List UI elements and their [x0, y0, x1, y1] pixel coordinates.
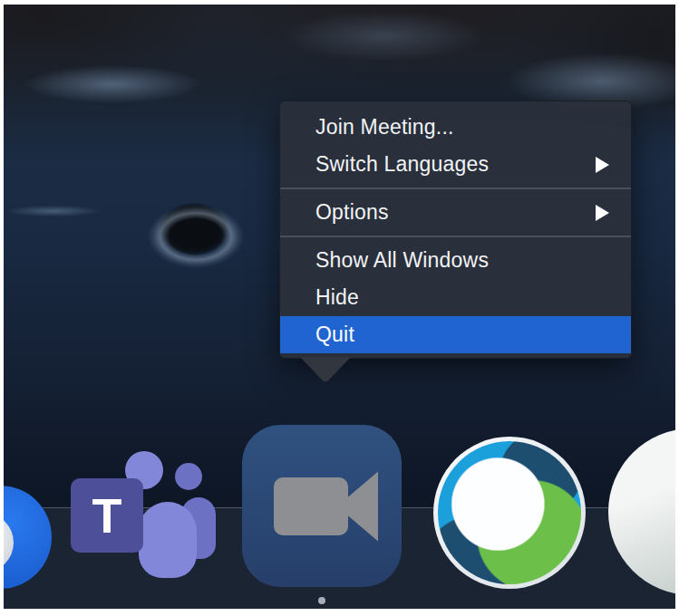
- menu-separator: [280, 188, 631, 189]
- submenu-arrow-icon: [596, 157, 609, 173]
- menu-item-switch-languages[interactable]: Switch Languages: [280, 146, 631, 183]
- menu-item-hide[interactable]: Hide: [280, 279, 631, 316]
- menu-item-label: Switch Languages: [315, 152, 489, 177]
- webex-globe-icon: [438, 441, 581, 584]
- menu-item-label: Options: [315, 200, 389, 225]
- menu-separator: [280, 236, 631, 237]
- running-indicator-dot: [318, 597, 325, 604]
- person-small-head-icon: [175, 463, 202, 490]
- menu-item-show-all-windows[interactable]: Show All Windows: [280, 242, 631, 279]
- menu-item-label: Hide: [315, 285, 359, 310]
- screenshot-frame: T Join Meeting... Switch Languages Optio…: [0, 0, 679, 616]
- dock-context-menu: Join Meeting... Switch Languages Options…: [279, 101, 632, 359]
- zoom-app-icon[interactable]: [242, 425, 402, 587]
- menu-item-label: Show All Windows: [315, 248, 489, 273]
- teams-app-icon[interactable]: T: [67, 448, 223, 595]
- video-camera-lens-icon: [347, 470, 378, 543]
- webex-app-icon[interactable]: [433, 437, 586, 589]
- teams-letter: T: [92, 491, 122, 540]
- menu-item-join-meeting[interactable]: Join Meeting...: [280, 109, 631, 146]
- desktop: T Join Meeting... Switch Languages Optio…: [4, 5, 675, 609]
- menu-item-label: Quit: [315, 322, 354, 347]
- menu-item-quit[interactable]: Quit: [280, 316, 631, 353]
- menu-item-options[interactable]: Options: [280, 194, 631, 231]
- video-camera-icon: [274, 477, 348, 535]
- teams-t-badge: T: [71, 478, 143, 553]
- submenu-arrow-icon: [596, 205, 609, 221]
- partial-app-inner-shape: [4, 513, 14, 573]
- menu-item-label: Join Meeting...: [315, 115, 454, 140]
- person-big-body-icon: [139, 502, 197, 578]
